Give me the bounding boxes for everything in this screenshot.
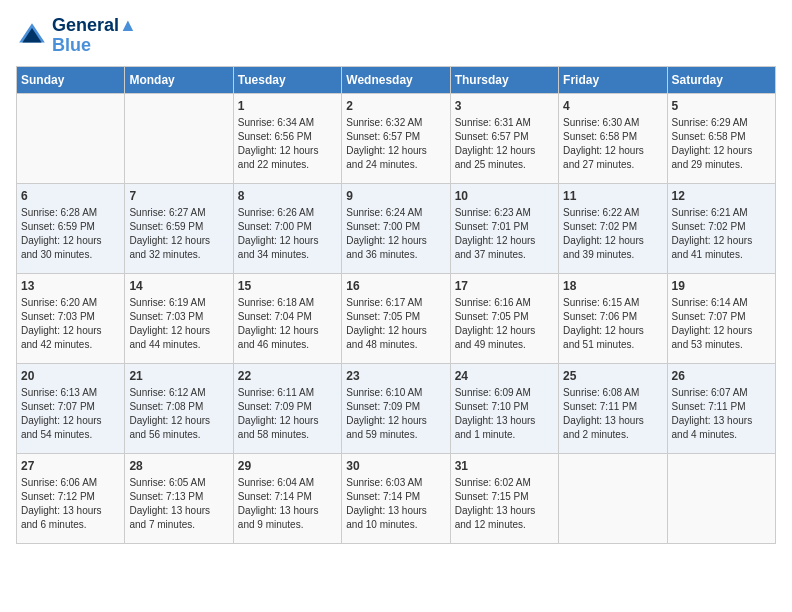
calendar-week-1: 1Sunrise: 6:34 AM Sunset: 6:56 PM Daylig… — [17, 93, 776, 183]
calendar-cell: 25Sunrise: 6:08 AM Sunset: 7:11 PM Dayli… — [559, 363, 667, 453]
calendar-cell: 31Sunrise: 6:02 AM Sunset: 7:15 PM Dayli… — [450, 453, 558, 543]
cell-content: Sunrise: 6:29 AM Sunset: 6:58 PM Dayligh… — [672, 116, 771, 172]
cell-content: Sunrise: 6:11 AM Sunset: 7:09 PM Dayligh… — [238, 386, 337, 442]
calendar-cell: 2Sunrise: 6:32 AM Sunset: 6:57 PM Daylig… — [342, 93, 450, 183]
cell-content: Sunrise: 6:09 AM Sunset: 7:10 PM Dayligh… — [455, 386, 554, 442]
day-number: 14 — [129, 278, 228, 295]
cell-content: Sunrise: 6:05 AM Sunset: 7:13 PM Dayligh… — [129, 476, 228, 532]
cell-content: Sunrise: 6:28 AM Sunset: 6:59 PM Dayligh… — [21, 206, 120, 262]
calendar-cell: 5Sunrise: 6:29 AM Sunset: 6:58 PM Daylig… — [667, 93, 775, 183]
calendar-cell: 22Sunrise: 6:11 AM Sunset: 7:09 PM Dayli… — [233, 363, 341, 453]
calendar-cell: 17Sunrise: 6:16 AM Sunset: 7:05 PM Dayli… — [450, 273, 558, 363]
calendar-cell — [559, 453, 667, 543]
day-number: 23 — [346, 368, 445, 385]
calendar-cell: 23Sunrise: 6:10 AM Sunset: 7:09 PM Dayli… — [342, 363, 450, 453]
cell-content: Sunrise: 6:30 AM Sunset: 6:58 PM Dayligh… — [563, 116, 662, 172]
cell-content: Sunrise: 6:34 AM Sunset: 6:56 PM Dayligh… — [238, 116, 337, 172]
day-number: 15 — [238, 278, 337, 295]
calendar-cell: 9Sunrise: 6:24 AM Sunset: 7:00 PM Daylig… — [342, 183, 450, 273]
page-header: General▲ Blue — [16, 16, 776, 56]
calendar-cell: 19Sunrise: 6:14 AM Sunset: 7:07 PM Dayli… — [667, 273, 775, 363]
day-number: 1 — [238, 98, 337, 115]
calendar-cell: 30Sunrise: 6:03 AM Sunset: 7:14 PM Dayli… — [342, 453, 450, 543]
calendar-cell: 8Sunrise: 6:26 AM Sunset: 7:00 PM Daylig… — [233, 183, 341, 273]
calendar-cell: 12Sunrise: 6:21 AM Sunset: 7:02 PM Dayli… — [667, 183, 775, 273]
header-friday: Friday — [559, 66, 667, 93]
day-number: 31 — [455, 458, 554, 475]
cell-content: Sunrise: 6:04 AM Sunset: 7:14 PM Dayligh… — [238, 476, 337, 532]
day-number: 10 — [455, 188, 554, 205]
cell-content: Sunrise: 6:14 AM Sunset: 7:07 PM Dayligh… — [672, 296, 771, 352]
calendar-cell: 4Sunrise: 6:30 AM Sunset: 6:58 PM Daylig… — [559, 93, 667, 183]
calendar-cell — [667, 453, 775, 543]
day-number: 27 — [21, 458, 120, 475]
day-number: 18 — [563, 278, 662, 295]
calendar-cell: 3Sunrise: 6:31 AM Sunset: 6:57 PM Daylig… — [450, 93, 558, 183]
cell-content: Sunrise: 6:31 AM Sunset: 6:57 PM Dayligh… — [455, 116, 554, 172]
header-wednesday: Wednesday — [342, 66, 450, 93]
calendar-cell — [17, 93, 125, 183]
day-number: 6 — [21, 188, 120, 205]
day-number: 9 — [346, 188, 445, 205]
day-number: 19 — [672, 278, 771, 295]
cell-content: Sunrise: 6:24 AM Sunset: 7:00 PM Dayligh… — [346, 206, 445, 262]
day-number: 13 — [21, 278, 120, 295]
day-number: 11 — [563, 188, 662, 205]
calendar-header-row: SundayMondayTuesdayWednesdayThursdayFrid… — [17, 66, 776, 93]
cell-content: Sunrise: 6:21 AM Sunset: 7:02 PM Dayligh… — [672, 206, 771, 262]
calendar-cell: 11Sunrise: 6:22 AM Sunset: 7:02 PM Dayli… — [559, 183, 667, 273]
calendar-cell: 20Sunrise: 6:13 AM Sunset: 7:07 PM Dayli… — [17, 363, 125, 453]
day-number: 16 — [346, 278, 445, 295]
day-number: 25 — [563, 368, 662, 385]
calendar-cell: 27Sunrise: 6:06 AM Sunset: 7:12 PM Dayli… — [17, 453, 125, 543]
day-number: 24 — [455, 368, 554, 385]
calendar-cell: 26Sunrise: 6:07 AM Sunset: 7:11 PM Dayli… — [667, 363, 775, 453]
cell-content: Sunrise: 6:02 AM Sunset: 7:15 PM Dayligh… — [455, 476, 554, 532]
day-number: 4 — [563, 98, 662, 115]
cell-content: Sunrise: 6:18 AM Sunset: 7:04 PM Dayligh… — [238, 296, 337, 352]
calendar-cell: 6Sunrise: 6:28 AM Sunset: 6:59 PM Daylig… — [17, 183, 125, 273]
calendar-week-4: 20Sunrise: 6:13 AM Sunset: 7:07 PM Dayli… — [17, 363, 776, 453]
cell-content: Sunrise: 6:26 AM Sunset: 7:00 PM Dayligh… — [238, 206, 337, 262]
calendar-cell: 14Sunrise: 6:19 AM Sunset: 7:03 PM Dayli… — [125, 273, 233, 363]
calendar-cell: 18Sunrise: 6:15 AM Sunset: 7:06 PM Dayli… — [559, 273, 667, 363]
day-number: 29 — [238, 458, 337, 475]
cell-content: Sunrise: 6:06 AM Sunset: 7:12 PM Dayligh… — [21, 476, 120, 532]
day-number: 7 — [129, 188, 228, 205]
header-sunday: Sunday — [17, 66, 125, 93]
header-tuesday: Tuesday — [233, 66, 341, 93]
cell-content: Sunrise: 6:22 AM Sunset: 7:02 PM Dayligh… — [563, 206, 662, 262]
calendar-cell: 29Sunrise: 6:04 AM Sunset: 7:14 PM Dayli… — [233, 453, 341, 543]
day-number: 3 — [455, 98, 554, 115]
cell-content: Sunrise: 6:15 AM Sunset: 7:06 PM Dayligh… — [563, 296, 662, 352]
calendar-week-5: 27Sunrise: 6:06 AM Sunset: 7:12 PM Dayli… — [17, 453, 776, 543]
cell-content: Sunrise: 6:07 AM Sunset: 7:11 PM Dayligh… — [672, 386, 771, 442]
logo: General▲ Blue — [16, 16, 137, 56]
day-number: 8 — [238, 188, 337, 205]
cell-content: Sunrise: 6:17 AM Sunset: 7:05 PM Dayligh… — [346, 296, 445, 352]
calendar-cell: 15Sunrise: 6:18 AM Sunset: 7:04 PM Dayli… — [233, 273, 341, 363]
header-thursday: Thursday — [450, 66, 558, 93]
day-number: 22 — [238, 368, 337, 385]
cell-content: Sunrise: 6:19 AM Sunset: 7:03 PM Dayligh… — [129, 296, 228, 352]
logo-text: General▲ Blue — [52, 16, 137, 56]
day-number: 20 — [21, 368, 120, 385]
calendar-cell: 13Sunrise: 6:20 AM Sunset: 7:03 PM Dayli… — [17, 273, 125, 363]
calendar-cell: 21Sunrise: 6:12 AM Sunset: 7:08 PM Dayli… — [125, 363, 233, 453]
day-number: 30 — [346, 458, 445, 475]
cell-content: Sunrise: 6:10 AM Sunset: 7:09 PM Dayligh… — [346, 386, 445, 442]
cell-content: Sunrise: 6:08 AM Sunset: 7:11 PM Dayligh… — [563, 386, 662, 442]
logo-icon — [16, 20, 48, 52]
calendar-cell: 10Sunrise: 6:23 AM Sunset: 7:01 PM Dayli… — [450, 183, 558, 273]
cell-content: Sunrise: 6:27 AM Sunset: 6:59 PM Dayligh… — [129, 206, 228, 262]
header-monday: Monday — [125, 66, 233, 93]
calendar-cell: 16Sunrise: 6:17 AM Sunset: 7:05 PM Dayli… — [342, 273, 450, 363]
day-number: 5 — [672, 98, 771, 115]
calendar-cell: 1Sunrise: 6:34 AM Sunset: 6:56 PM Daylig… — [233, 93, 341, 183]
calendar-cell: 28Sunrise: 6:05 AM Sunset: 7:13 PM Dayli… — [125, 453, 233, 543]
calendar-week-3: 13Sunrise: 6:20 AM Sunset: 7:03 PM Dayli… — [17, 273, 776, 363]
day-number: 21 — [129, 368, 228, 385]
day-number: 28 — [129, 458, 228, 475]
day-number: 2 — [346, 98, 445, 115]
cell-content: Sunrise: 6:23 AM Sunset: 7:01 PM Dayligh… — [455, 206, 554, 262]
